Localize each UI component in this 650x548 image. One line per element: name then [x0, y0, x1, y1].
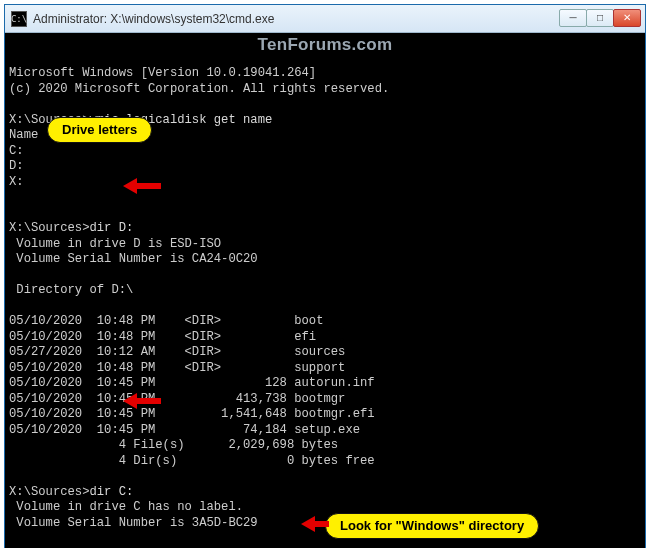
arrow-icon [301, 517, 329, 531]
d-row: 05/10/2020 10:45 PM 1,541,648 bootmgr.ef… [9, 407, 375, 421]
d-row: 05/10/2020 10:48 PM <DIR> boot [9, 314, 324, 328]
prompt-3: X:\Sources> [9, 485, 89, 499]
titlebar[interactable]: C:\ Administrator: X:\windows\system32\c… [5, 5, 645, 33]
blank [9, 268, 16, 282]
arrow-icon [123, 394, 163, 408]
maximize-button[interactable]: □ [586, 9, 614, 27]
c-volume: Volume in drive C has no label. [9, 500, 243, 514]
c-serial: Volume Serial Number is 3A5D-BC29 [9, 516, 258, 530]
window-title: Administrator: X:\windows\system32\cmd.e… [33, 12, 560, 26]
d-directory-of: Directory of D:\ [9, 283, 133, 297]
close-button[interactable]: ✕ [613, 9, 641, 27]
d-file-summary: 4 File(s) 2,029,698 bytes [9, 438, 338, 452]
d-serial: Volume Serial Number is CA24-0C20 [9, 252, 258, 266]
copyright-line: (c) 2020 Microsoft Corporation. All righ… [9, 82, 389, 96]
callout-drive-letters: Drive letters [47, 117, 152, 143]
prompt-2: X:\Sources> [9, 221, 89, 235]
drive-c: C: [9, 144, 24, 158]
blank [9, 206, 16, 220]
blank [9, 531, 16, 545]
d-row: 05/27/2020 10:12 AM <DIR> sources [9, 345, 345, 359]
d-row: 05/10/2020 10:48 PM <DIR> efi [9, 330, 316, 344]
d-row: 05/10/2020 10:45 PM 74,184 setup.exe [9, 423, 360, 437]
window-controls: ─ □ ✕ [560, 9, 641, 29]
cmd-window: C:\ Administrator: X:\windows\system32\c… [4, 4, 646, 548]
callout-windows-directory: Look for "Windows" directory [325, 513, 539, 539]
blank [9, 190, 16, 204]
arrow-icon [123, 179, 163, 193]
cmd-icon: C:\ [11, 11, 27, 27]
blank [9, 299, 16, 313]
d-row: 05/10/2020 10:45 PM 128 autorun.inf [9, 376, 375, 390]
blank [9, 97, 16, 111]
drive-x: X: [9, 175, 24, 189]
drive-d: D: [9, 159, 24, 173]
watermark-text: TenForums.com [258, 37, 393, 53]
version-line: Microsoft Windows [Version 10.0.19041.26… [9, 66, 316, 80]
d-row: 05/10/2020 10:45 PM 413,738 bootmgr [9, 392, 345, 406]
d-volume: Volume in drive D is ESD-ISO [9, 237, 221, 251]
minimize-button[interactable]: ─ [559, 9, 587, 27]
blank [9, 469, 16, 483]
terminal-output[interactable]: TenForums.com Microsoft Windows [Version… [5, 33, 645, 548]
cmd-dir-d: dir D: [89, 221, 133, 235]
d-dir-summary: 4 Dir(s) 0 bytes free [9, 454, 375, 468]
d-row: 05/10/2020 10:48 PM <DIR> support [9, 361, 345, 375]
name-header: Name [9, 128, 38, 142]
cmd-dir-c: dir C: [89, 485, 133, 499]
